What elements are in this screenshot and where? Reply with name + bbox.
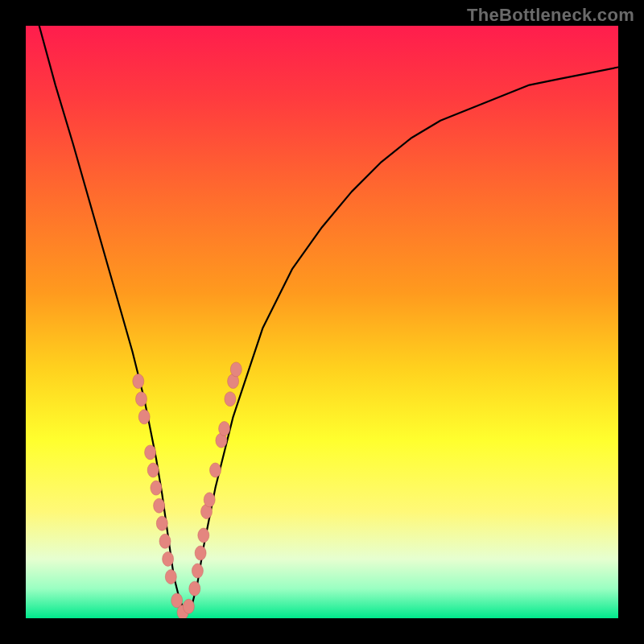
right-branch-point [198,528,209,543]
left-branch-point [147,463,159,477]
data-markers [133,362,242,618]
right-branch-point [192,564,203,578]
left-branch-point [133,374,144,389]
left-branch-point [159,534,171,548]
right-branch-point [210,463,221,477]
right-branch-point [195,546,206,560]
left-branch-point [138,410,150,424]
curve-layer [26,26,618,618]
left-branch-point [163,551,174,566]
plot-area [26,26,618,618]
left-branch-point [154,498,165,513]
left-branch-point [145,445,156,460]
valley-point [183,599,194,613]
right-branch-point [189,581,200,596]
bottleneck-curve [26,26,618,613]
left-branch-point [136,392,147,407]
left-branch-point [151,481,162,495]
chart-frame: TheBottleneck.com [0,0,644,644]
right-branch-point [225,392,236,407]
right-branch-point [204,493,215,507]
left-branch-point [156,516,167,530]
right-branch-point [219,422,230,436]
left-branch-point [165,570,176,584]
right-branch-point [230,362,242,377]
watermark-text: TheBottleneck.com [467,5,634,26]
